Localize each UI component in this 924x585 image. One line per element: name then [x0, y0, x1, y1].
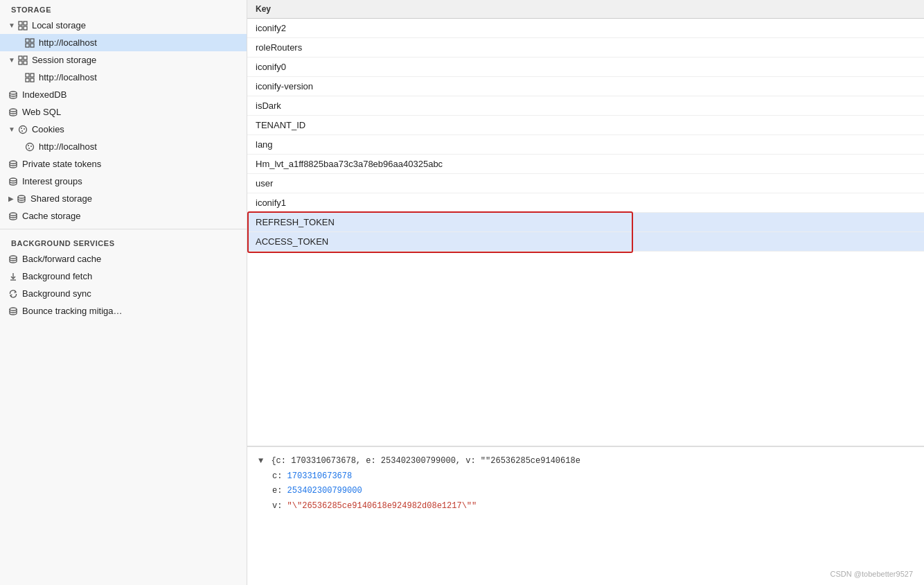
- sidebar-item-session-storage[interactable]: ▼ Session storage: [0, 51, 247, 69]
- local-storage-label: Local storage: [32, 20, 86, 30]
- table-cell-value: [896, 213, 924, 232]
- fetch-icon: [8, 272, 18, 281]
- detail-chevron-icon: ▼: [258, 456, 263, 466]
- cache-storage-label: Cache storage: [22, 211, 81, 221]
- sidebar-item-back-forward-cache[interactable]: Back/forward cache: [0, 250, 247, 268]
- svg-rect-1: [24, 21, 27, 25]
- detail-e-line: e: 253402300799000: [258, 484, 913, 499]
- table-cell-value: [896, 232, 924, 252]
- detail-c-line: c: 1703310673678: [258, 469, 913, 484]
- detail-c-value: 1703310673678: [287, 471, 353, 481]
- table-row[interactable]: roleRouters: [247, 38, 924, 58]
- table-row[interactable]: Hm_lvt_a1ff8825baa73c3a78eb96aa40325abc: [247, 155, 924, 174]
- svg-rect-15: [30, 78, 34, 82]
- table-cell-key: user: [247, 174, 896, 193]
- background-fetch-label: Background fetch: [22, 271, 92, 281]
- cookies-label: Cookies: [32, 124, 64, 134]
- table-cell-key: TENANT_ID: [247, 116, 896, 135]
- table-row[interactable]: isDark: [247, 96, 924, 116]
- key-column-header: Key: [247, 0, 896, 19]
- indexeddb-label: IndexedDB: [22, 89, 66, 100]
- table-cell-key: iconify-version: [247, 77, 896, 96]
- svg-point-18: [19, 125, 26, 133]
- db-icon: [8, 159, 18, 169]
- svg-point-22: [26, 143, 34, 150]
- svg-rect-11: [24, 61, 27, 64]
- table-row[interactable]: iconify2: [247, 19, 924, 38]
- sidebar-item-web-sql[interactable]: Web SQL: [0, 103, 247, 121]
- table-cell-key: iconify0: [247, 58, 896, 77]
- svg-point-20: [24, 128, 25, 130]
- table-cell-key: ACCESS_TOKEN: [247, 232, 896, 252]
- svg-point-27: [10, 178, 17, 181]
- sidebar-item-cookies-localhost[interactable]: http://localhost: [0, 138, 247, 155]
- db-icon: [8, 90, 18, 100]
- db-icon: [8, 107, 18, 117]
- table-row[interactable]: REFRESH_TOKEN: [247, 213, 924, 232]
- grid-icon: [18, 55, 28, 65]
- table-cell-key: lang: [247, 135, 896, 155]
- svg-point-17: [10, 109, 17, 112]
- sidebar-item-local-storage-localhost[interactable]: http://localhost: [0, 34, 247, 51]
- svg-rect-12: [26, 73, 29, 77]
- watermark: CSDN @tobebetter9527: [830, 570, 913, 578]
- table-cell-value: [896, 116, 924, 135]
- sidebar-item-cookies[interactable]: ▼ Cookies: [0, 121, 247, 138]
- sidebar-item-background-sync[interactable]: Background sync: [0, 285, 247, 302]
- svg-rect-4: [26, 39, 29, 42]
- svg-point-16: [10, 91, 17, 94]
- sidebar-item-interest-groups[interactable]: Interest groups: [0, 173, 247, 190]
- sidebar-item-cache-storage[interactable]: Cache storage: [0, 207, 247, 225]
- detail-v-label: v:: [272, 501, 287, 511]
- db-icon: [17, 194, 26, 204]
- web-sql-label: Web SQL: [22, 107, 61, 117]
- sidebar-item-private-state-tokens[interactable]: Private state tokens: [0, 155, 247, 173]
- table-cell-value: [896, 135, 924, 155]
- back-forward-cache-label: Back/forward cache: [22, 254, 101, 264]
- session-storage-label: Session storage: [32, 55, 96, 65]
- svg-point-23: [28, 145, 29, 146]
- private-state-tokens-label: Private state tokens: [22, 159, 101, 169]
- table-row[interactable]: user: [247, 174, 924, 193]
- svg-rect-5: [30, 39, 34, 42]
- db-icon: [8, 254, 18, 264]
- table-cell-key: roleRouters: [247, 38, 896, 58]
- shared-storage-label: Shared storage: [30, 193, 92, 204]
- svg-point-30: [10, 256, 17, 259]
- main-panel: Key iconify2roleRoutersiconify0iconify-v…: [247, 0, 924, 585]
- table-row[interactable]: ACCESS_TOKEN: [247, 232, 924, 252]
- interest-groups-label: Interest groups: [22, 176, 82, 186]
- detail-v-line: v: "\"26536285ce9140618e924982d08e1217\"…: [258, 499, 913, 514]
- value-column-header: [896, 0, 924, 19]
- table-row[interactable]: iconify0: [247, 58, 924, 77]
- sidebar-item-shared-storage[interactable]: ▶ Shared storage: [0, 190, 247, 207]
- svg-point-21: [21, 130, 23, 132]
- svg-point-29: [10, 213, 17, 216]
- sidebar-item-background-fetch[interactable]: Background fetch: [0, 268, 247, 285]
- grid-icon: [18, 21, 28, 30]
- local-storage-localhost-label: http://localhost: [39, 37, 97, 48]
- sidebar-item-session-storage-localhost[interactable]: http://localhost: [0, 69, 247, 86]
- table-cell-value: [896, 193, 924, 213]
- svg-rect-8: [19, 56, 22, 60]
- svg-rect-9: [24, 56, 27, 60]
- table-row[interactable]: iconify1: [247, 193, 924, 213]
- detail-c-label: c:: [272, 471, 287, 481]
- sidebar-item-local-storage[interactable]: ▼ Local storage: [0, 17, 247, 34]
- detail-v-value: "\"26536285ce9140618e924982d08e1217\"": [287, 501, 477, 511]
- table-cell-value: [896, 96, 924, 116]
- chevron-down-icon: ▼: [8, 125, 15, 133]
- cookies-localhost-label: http://localhost: [39, 141, 97, 152]
- table-row[interactable]: TENANT_ID: [247, 116, 924, 135]
- table-cell-value: [896, 38, 924, 58]
- table-cell-value: [896, 19, 924, 38]
- table-cell-key: Hm_lvt_a1ff8825baa73c3a78eb96aa40325abc: [247, 155, 896, 174]
- storage-table: Key iconify2roleRoutersiconify0iconify-v…: [247, 0, 924, 252]
- table-cell-key: isDark: [247, 96, 896, 116]
- sidebar-item-bounce-tracking[interactable]: Bounce tracking mitiga…: [0, 302, 247, 320]
- svg-point-24: [30, 146, 32, 147]
- table-row[interactable]: lang: [247, 135, 924, 155]
- table-row[interactable]: iconify-version: [247, 77, 924, 96]
- detail-panel: ▼ {c: 1703310673678, e: 253402300799000,…: [247, 446, 924, 585]
- sidebar-item-indexeddb[interactable]: IndexedDB: [0, 86, 247, 103]
